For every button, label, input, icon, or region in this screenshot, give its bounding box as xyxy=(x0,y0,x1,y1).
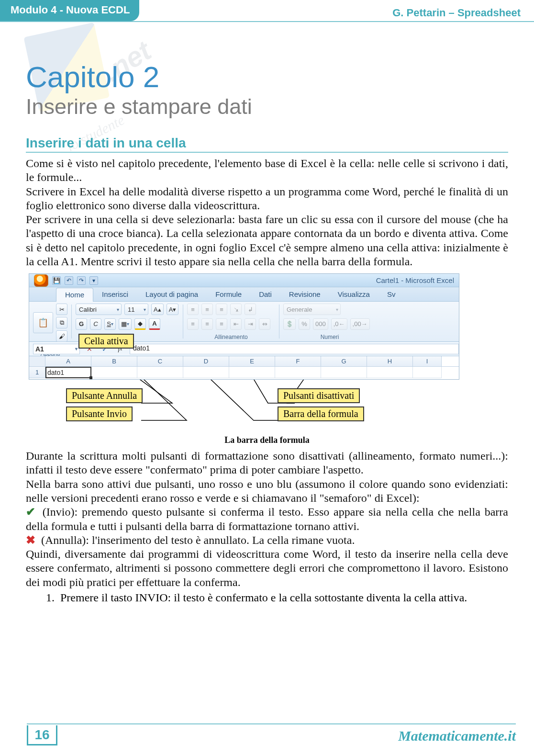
figure-excel: 💾 ↶ ↷ ▾ Cartel1 - Microsoft Excel Home I… xyxy=(26,273,508,445)
paste-button[interactable]: 📋 xyxy=(33,312,53,333)
col-header[interactable]: B xyxy=(91,356,137,366)
tab-inserisci[interactable]: Inserisci xyxy=(93,288,137,301)
tab-dati[interactable]: Dati xyxy=(250,288,280,301)
shrink-font-icon[interactable]: A▾ xyxy=(167,304,179,315)
grid: A B C D E F G H I 1 dato1 xyxy=(29,356,459,379)
tab-more[interactable]: Sv xyxy=(378,288,404,301)
paragraph: Quindi, diversamente dai programmi di vi… xyxy=(26,547,508,589)
align-bot-icon[interactable]: ≡ xyxy=(216,304,227,315)
col-header[interactable]: H xyxy=(367,356,413,366)
callout-disattivati: Pulsanti disattivati xyxy=(278,388,360,403)
col-header[interactable]: G xyxy=(321,356,367,366)
align-center-icon[interactable]: ≡ xyxy=(201,318,213,330)
tab-layout[interactable]: Layout di pagina xyxy=(137,288,207,301)
copy-icon[interactable]: ⧉ xyxy=(56,317,67,328)
callout-cella-attiva: Cella attiva xyxy=(78,334,134,349)
font-color-icon[interactable]: A xyxy=(149,318,160,330)
tab-home[interactable]: Home xyxy=(56,288,93,302)
decrease-decimal-icon[interactable]: ,00→ xyxy=(350,318,370,330)
figure-caption: La barra della formula xyxy=(26,435,508,445)
tab-visualizza[interactable]: Visualizza xyxy=(329,288,378,301)
tab-revisione[interactable]: Revisione xyxy=(280,288,329,301)
align-left-icon[interactable]: ≡ xyxy=(187,318,199,330)
number-group-label: Numeri xyxy=(283,334,376,340)
merge-icon[interactable]: ⇔ xyxy=(259,318,270,330)
wrap-text-icon[interactable]: ↲ xyxy=(245,304,256,315)
qat-undo-icon[interactable]: ↶ xyxy=(65,276,73,285)
row-header[interactable]: 1 xyxy=(29,367,45,378)
name-box[interactable]: A1▾ xyxy=(33,344,80,354)
thousands-icon[interactable]: 000 xyxy=(313,318,328,330)
cell[interactable] xyxy=(183,367,229,378)
bullet-annulla: ✖ (Annulla): l'inserimento del testo è a… xyxy=(26,533,508,547)
page-content: Capitolo 2 Inserire e stampare dati Inse… xyxy=(0,22,534,604)
paragraph: Per scrivere in una cella si deve selezi… xyxy=(26,213,508,269)
numbered-list: Premere il tasto INVIO: il testo è confe… xyxy=(57,591,508,604)
header-right: G. Pettarin – Spreadsheet xyxy=(392,7,521,19)
format-painter-icon[interactable]: 🖌 xyxy=(56,330,67,342)
tab-formule[interactable]: Formule xyxy=(207,288,250,301)
cell[interactable] xyxy=(275,367,321,378)
chapter-title: Capitolo 2 xyxy=(26,61,508,92)
office-button[interactable] xyxy=(34,274,48,287)
page-number: 16 xyxy=(27,725,57,745)
page-header: Modulo 4 - Nuova ECDL G. Pettarin – Spre… xyxy=(0,0,534,22)
align-group-label: Allineamento xyxy=(187,334,275,340)
cell-a1[interactable]: dato1 xyxy=(45,367,91,378)
align-right-icon[interactable]: ≡ xyxy=(216,318,227,330)
callout-annulla: Pulsante Annulla xyxy=(66,388,143,403)
chapter-subtitle: Inserire e stampare dati xyxy=(26,94,508,119)
italic-icon[interactable]: C xyxy=(90,318,101,330)
list-item: Premere il tasto INVIO: il testo è confe… xyxy=(57,591,508,604)
cell[interactable] xyxy=(367,367,413,378)
increase-decimal-icon[interactable]: ,0← xyxy=(331,318,347,330)
align-mid-icon[interactable]: ≡ xyxy=(201,304,213,315)
col-header[interactable]: I xyxy=(413,356,442,366)
qat-more-icon[interactable]: ▾ xyxy=(89,276,98,285)
cell[interactable] xyxy=(229,367,275,378)
col-header[interactable]: C xyxy=(137,356,183,366)
window-title: Cartel1 - Microsoft Excel xyxy=(376,276,454,284)
check-icon: ✔ xyxy=(26,506,35,518)
number-format-combo[interactable]: Generale▾ xyxy=(283,304,341,315)
indent-inc-icon[interactable]: ⇥ xyxy=(245,318,256,330)
qat-redo-icon[interactable]: ↷ xyxy=(77,276,86,285)
select-all-corner[interactable] xyxy=(29,356,45,366)
currency-icon[interactable]: 💲 xyxy=(283,318,296,330)
fill-color-icon[interactable]: ◆ xyxy=(134,318,146,330)
font-size-combo[interactable]: 11▾ xyxy=(124,304,148,315)
cell[interactable] xyxy=(321,367,367,378)
ribbon-tabs: Home Inserisci Layout di pagina Formule … xyxy=(29,287,459,302)
cut-icon[interactable]: ✂ xyxy=(56,304,67,315)
col-header[interactable]: A xyxy=(45,356,91,366)
bold-icon[interactable]: G xyxy=(76,318,87,330)
module-tab: Modulo 4 - Nuova ECDL xyxy=(0,0,139,21)
page-footer: 16 Matematicamente.it xyxy=(0,723,534,745)
bullet-invio: ✔ (Invio): premendo questo pulsante si c… xyxy=(26,505,508,533)
font-name-combo[interactable]: Calibri▾ xyxy=(76,304,122,315)
paragraph: Come si è visto nel capitolo precedente,… xyxy=(26,157,508,185)
indent-dec-icon[interactable]: ⇤ xyxy=(230,318,242,330)
grow-font-icon[interactable]: A▴ xyxy=(151,304,164,315)
excel-window: 💾 ↶ ↷ ▾ Cartel1 - Microsoft Excel Home I… xyxy=(29,273,459,380)
qat-save-icon[interactable]: 💾 xyxy=(52,276,61,285)
col-header[interactable]: E xyxy=(229,356,275,366)
footer-brand: Matematicamente.it xyxy=(398,728,516,744)
paragraph: Nella barra sono attivi due pulsanti, un… xyxy=(26,477,508,506)
align-top-icon[interactable]: ≡ xyxy=(187,304,199,315)
percent-icon[interactable]: % xyxy=(299,318,310,330)
callout-invio: Pulsante Invio xyxy=(66,406,133,421)
formula-bar-input[interactable]: dato1 xyxy=(130,344,459,354)
cell[interactable] xyxy=(413,367,442,378)
border-icon[interactable]: ▦▾ xyxy=(119,318,132,330)
cross-icon: ✖ xyxy=(26,534,35,546)
paragraph: Scrivere in Excel ha delle modalità dive… xyxy=(26,185,508,213)
callout-barra: Barra della formula xyxy=(278,406,364,421)
col-header[interactable]: D xyxy=(183,356,229,366)
orientation-icon[interactable]: ⭸ xyxy=(230,304,242,315)
underline-icon[interactable]: S▾ xyxy=(104,318,116,330)
cell[interactable] xyxy=(137,367,183,378)
cell[interactable] xyxy=(91,367,137,378)
col-header[interactable]: F xyxy=(275,356,321,366)
section-heading: Inserire i dati in una cella xyxy=(26,135,508,153)
